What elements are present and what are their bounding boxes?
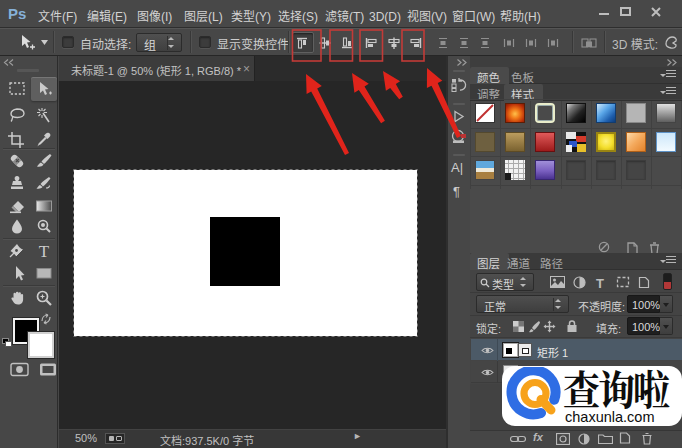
svg-text:T: T bbox=[39, 242, 50, 260]
